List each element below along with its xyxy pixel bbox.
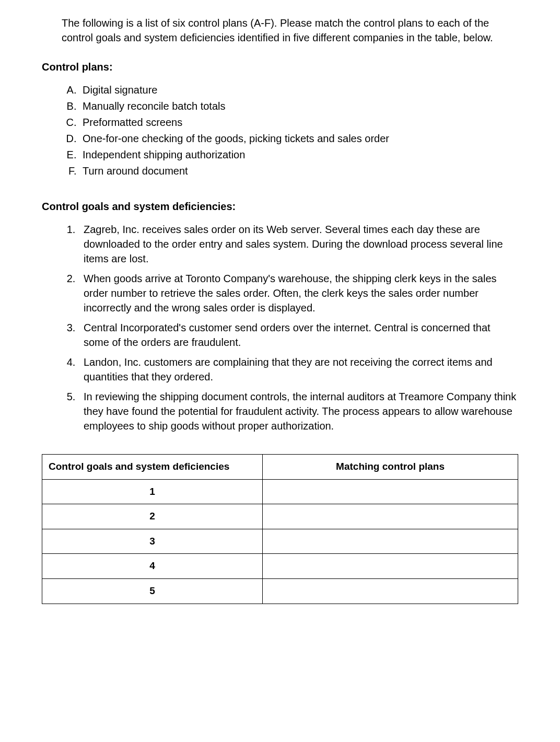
row-number: 3 (42, 529, 263, 554)
goal-item: Landon, Inc. customers are complaining t… (78, 355, 518, 384)
matching-table: Control goals and system deficiencies Ma… (42, 454, 518, 604)
row-number: 2 (42, 504, 263, 529)
control-plan-item: One-for-one checking of the goods, picki… (79, 131, 518, 146)
control-plan-item: Digital signature (79, 83, 518, 97)
control-plans-section: Control plans: Digital signature Manuall… (42, 60, 518, 178)
table-row: 5 (42, 578, 518, 604)
control-plan-item: Independent shipping authorization (79, 147, 518, 162)
row-number: 5 (42, 578, 263, 604)
matching-answer-cell[interactable] (263, 504, 518, 529)
matching-answer-cell[interactable] (263, 554, 518, 579)
row-number: 4 (42, 554, 263, 579)
matching-answer-cell[interactable] (263, 479, 518, 504)
goal-item: Zagreb, Inc. receives sales order on its… (78, 222, 518, 266)
intro-paragraph: The following is a list of six control p… (62, 16, 518, 45)
table-row: 2 (42, 504, 518, 529)
control-plan-item: Manually reconcile batch totals (79, 99, 518, 113)
row-number: 1 (42, 479, 263, 504)
goal-item: In reviewing the shipping document contr… (78, 389, 518, 433)
control-plan-item: Preformatted screens (79, 115, 518, 130)
goals-list: Zagreb, Inc. receives sales order on its… (42, 222, 518, 433)
goals-section: Control goals and system deficiencies: Z… (42, 199, 518, 433)
table-header-row: Control goals and system deficiencies Ma… (42, 455, 518, 480)
table-row: 1 (42, 479, 518, 504)
control-plans-heading: Control plans: (42, 60, 518, 74)
goals-heading: Control goals and system deficiencies: (42, 199, 518, 214)
table-row: 3 (42, 529, 518, 554)
table-header-col1: Control goals and system deficiencies (42, 455, 263, 480)
matching-answer-cell[interactable] (263, 578, 518, 604)
matching-answer-cell[interactable] (263, 529, 518, 554)
table-header-col2: Matching control plans (263, 455, 518, 480)
goal-item: Central Incorporated's customer send ord… (78, 320, 518, 350)
table-row: 4 (42, 554, 518, 579)
goal-item: When goods arrive at Toronto Company's w… (78, 271, 518, 315)
control-plan-item: Turn around document (79, 164, 518, 178)
control-plans-list: Digital signature Manually reconcile bat… (42, 83, 518, 178)
